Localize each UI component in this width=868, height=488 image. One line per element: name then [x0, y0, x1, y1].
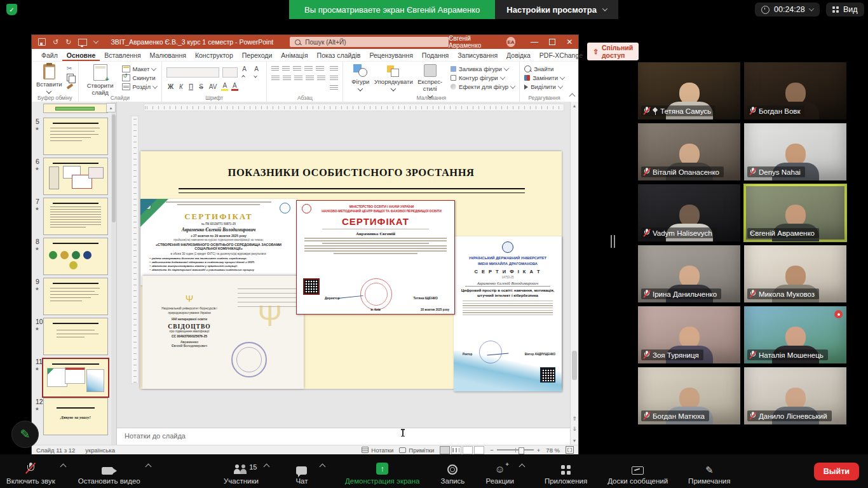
align-left-icon[interactable]	[271, 75, 280, 82]
strikethrough-button[interactable]: S	[198, 83, 205, 90]
chat-options-chevron[interactable]	[320, 464, 326, 470]
slide-thumbnail[interactable]	[42, 358, 109, 398]
chat-button[interactable]: Чат	[289, 459, 325, 485]
scrollbar-thumb[interactable]	[572, 351, 577, 380]
reactions-button[interactable]: ☺+ Реакции	[485, 459, 524, 485]
share-document-button[interactable]: ⇧ Спільний доступ	[587, 43, 639, 60]
ribbon-tab[interactable]: Рецензування	[365, 50, 417, 61]
search-box[interactable]: Пошук (Alt+Й)	[290, 37, 449, 47]
ribbon-tab[interactable]: Переходи	[238, 50, 277, 61]
shape-outline-button[interactable]: Контур фігури	[451, 74, 515, 81]
ribbon-tab[interactable]: Довідка	[502, 50, 535, 61]
columns-icon[interactable]	[317, 75, 325, 82]
ribbon-tab[interactable]: Малювання	[146, 50, 191, 61]
close-button[interactable]: ✕	[560, 35, 578, 49]
numbering-icon[interactable]	[282, 65, 290, 72]
line-spacing-icon[interactable]	[316, 65, 324, 72]
increase-indent-icon[interactable]	[304, 65, 313, 72]
zoom-percentage[interactable]: 78 %	[546, 447, 560, 454]
slideshow-view-button[interactable]	[474, 446, 484, 454]
audio-options-chevron[interactable]	[60, 464, 66, 470]
record-button[interactable]: Запись	[440, 459, 465, 485]
zoom-slider[interactable]: − +	[490, 447, 540, 454]
view-options-button[interactable]: Настройки просмотра	[495, 0, 618, 19]
font-size-select[interactable]	[222, 67, 238, 78]
zoom-out-icon[interactable]: −	[490, 447, 494, 454]
convert-smartart-icon[interactable]	[330, 85, 338, 92]
annotations-button[interactable]: ✎ Примечания	[688, 459, 730, 485]
fit-to-window-icon[interactable]	[566, 446, 574, 454]
layout-button[interactable]: Макет	[122, 65, 157, 72]
participants-options-chevron[interactable]	[264, 464, 270, 470]
reading-view-button[interactable]	[463, 446, 473, 454]
redo-icon[interactable]: ↻	[65, 39, 71, 46]
align-center-icon[interactable]	[283, 75, 291, 82]
bold-button[interactable]: Ж	[166, 83, 175, 90]
participants-button[interactable]: 15 Участники	[224, 459, 269, 485]
increase-font-icon[interactable]: A	[241, 65, 250, 79]
video-options-chevron[interactable]	[145, 464, 151, 470]
participant-tile[interactable]: Vadym Halisevych	[638, 184, 740, 241]
decrease-indent-icon[interactable]	[293, 65, 301, 72]
ribbon-tab[interactable]: Файл	[37, 50, 62, 61]
customize-qat-icon[interactable]	[93, 38, 98, 43]
font-color-icon[interactable]: A	[231, 82, 238, 91]
participant-tile[interactable]: Наталія Мошенець	[744, 306, 846, 363]
certificate-drahomanov-university[interactable]: УКРАЇНСЬКИЙ ДЕРЖАВНИЙ УНІВЕРСИТЕТ ІМЕНІ …	[454, 236, 562, 391]
stop-video-button[interactable]: Остановить видео	[78, 459, 151, 485]
quick-styles-button[interactable]: Експрес-стилі	[414, 64, 445, 98]
qualification-certificate-doc[interactable]: Ψ Національний університет біоресурсів і…	[142, 276, 304, 389]
slide-title[interactable]: ПОКАЗНИКИ ОСОБИСТІСНОГО ЗРОСТАННЯ	[140, 166, 562, 179]
justify-icon[interactable]	[306, 75, 314, 82]
participant-tile[interactable]: Микола Муковоз	[744, 245, 846, 302]
comments-toggle[interactable]: Примітки	[399, 447, 434, 454]
slide-thumbnail[interactable]	[43, 118, 108, 155]
bullets-icon[interactable]	[271, 65, 279, 72]
reactions-options-chevron[interactable]	[519, 464, 525, 470]
shapes-button[interactable]: Фігури	[348, 64, 373, 92]
security-shield-icon[interactable]: ✓	[6, 4, 17, 15]
scroll-up-button[interactable]: ▲	[106, 103, 116, 112]
slide-thumbnail[interactable]	[43, 198, 108, 235]
decrease-font-icon[interactable]: A	[253, 65, 262, 79]
ribbon-tab[interactable]: PDF-XChange	[535, 50, 587, 61]
normal-view-button[interactable]	[440, 446, 450, 454]
unmute-button[interactable]: Включить звук	[6, 459, 65, 485]
participant-tile[interactable]: Євгеній Авраменко	[744, 184, 846, 241]
align-text-icon[interactable]	[330, 75, 338, 82]
reset-button[interactable]: Скинути	[122, 74, 157, 81]
thumbnail-scrollbar[interactable]	[111, 102, 116, 445]
minimize-button[interactable]: —	[526, 35, 543, 49]
slide-thumbnail[interactable]	[43, 318, 108, 355]
shape-effects-button[interactable]: Ефекти для фігур	[451, 83, 515, 90]
replace-button[interactable]: Замінити	[524, 74, 564, 81]
scroll-down-icon[interactable]: ▼	[571, 438, 578, 443]
underline-button[interactable]: П	[187, 83, 194, 90]
ribbon-tab[interactable]: Вставлення	[100, 50, 145, 61]
ribbon-tab[interactable]: Основне	[62, 50, 100, 61]
arrange-button[interactable]: Упорядкувати	[377, 64, 409, 92]
ribbon-tab[interactable]: Показ слайдів	[313, 50, 365, 61]
participant-tile[interactable]: Данило Лісневський	[744, 367, 846, 424]
character-spacing-icon[interactable]: AV	[208, 83, 219, 90]
save-icon[interactable]	[38, 38, 46, 46]
apps-button[interactable]: Приложения	[545, 459, 587, 485]
undo-icon[interactable]: ↺	[53, 39, 58, 46]
share-screen-button[interactable]: ↑ Демонстрация экрана	[345, 459, 420, 485]
annotation-pencil-button[interactable]: ✎	[11, 421, 39, 448]
shape-fill-button[interactable]: Заливка фігури	[451, 65, 515, 72]
ribbon-tab[interactable]: Подання	[417, 50, 453, 61]
certificate-inclusive-education[interactable]: СЕРТИФІКАТ № ПК 02139771 50871-25 Авраме…	[140, 199, 297, 285]
slide-thumbnail-partial[interactable]	[43, 104, 108, 113]
previous-slide-button[interactable]: ⇑	[571, 416, 578, 422]
select-button[interactable]: Виділити	[524, 83, 564, 90]
ribbon-tab[interactable]: Записування	[453, 50, 502, 61]
slide-thumbnail[interactable]	[43, 158, 108, 195]
slide-sorter-view-button[interactable]	[451, 446, 461, 454]
start-slideshow-icon[interactable]	[78, 39, 87, 46]
text-highlight-icon[interactable]: A	[221, 82, 228, 91]
panel-resize-handle[interactable]	[611, 235, 616, 248]
cut-icon[interactable]: ✂	[67, 65, 74, 72]
participant-tile[interactable]: Тетяна Самусь	[638, 62, 740, 119]
participant-tile[interactable]: Віталій Опанасенко	[638, 123, 740, 180]
